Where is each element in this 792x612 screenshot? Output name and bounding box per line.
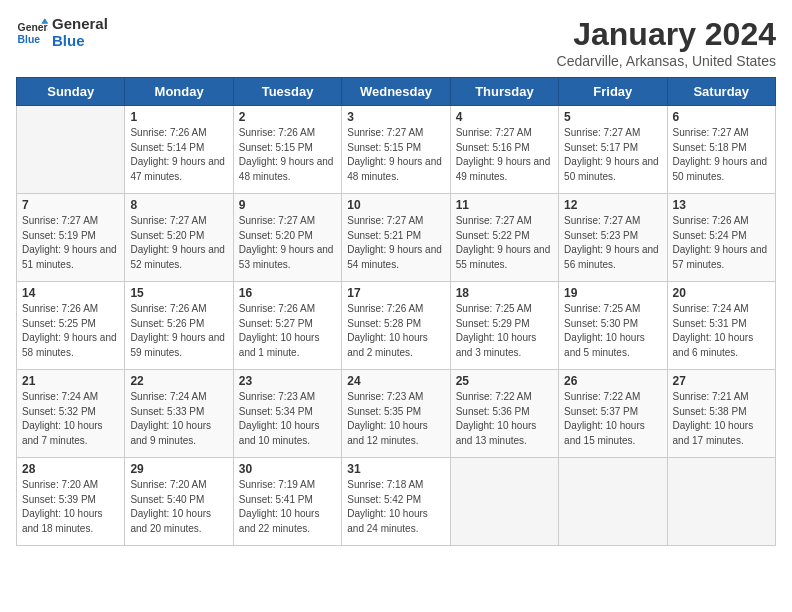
- day-number: 16: [239, 286, 336, 300]
- calendar-cell: 24Sunrise: 7:23 AMSunset: 5:35 PMDayligh…: [342, 370, 450, 458]
- day-info: Sunrise: 7:27 AMSunset: 5:23 PMDaylight:…: [564, 214, 661, 272]
- page-header: General Blue General Blue January 2024 C…: [16, 16, 776, 69]
- day-info: Sunrise: 7:27 AMSunset: 5:16 PMDaylight:…: [456, 126, 553, 184]
- calendar-cell: 11Sunrise: 7:27 AMSunset: 5:22 PMDayligh…: [450, 194, 558, 282]
- calendar-cell: 9Sunrise: 7:27 AMSunset: 5:20 PMDaylight…: [233, 194, 341, 282]
- weekday-header-sunday: Sunday: [17, 78, 125, 106]
- calendar-cell: 31Sunrise: 7:18 AMSunset: 5:42 PMDayligh…: [342, 458, 450, 546]
- day-number: 23: [239, 374, 336, 388]
- day-info: Sunrise: 7:27 AMSunset: 5:20 PMDaylight:…: [239, 214, 336, 272]
- day-info: Sunrise: 7:26 AMSunset: 5:27 PMDaylight:…: [239, 302, 336, 360]
- calendar-week-row: 14Sunrise: 7:26 AMSunset: 5:25 PMDayligh…: [17, 282, 776, 370]
- location: Cedarville, Arkansas, United States: [557, 53, 776, 69]
- calendar-week-row: 28Sunrise: 7:20 AMSunset: 5:39 PMDayligh…: [17, 458, 776, 546]
- calendar-cell: 18Sunrise: 7:25 AMSunset: 5:29 PMDayligh…: [450, 282, 558, 370]
- day-info: Sunrise: 7:26 AMSunset: 5:28 PMDaylight:…: [347, 302, 444, 360]
- calendar-cell: 23Sunrise: 7:23 AMSunset: 5:34 PMDayligh…: [233, 370, 341, 458]
- svg-text:Blue: Blue: [18, 33, 41, 44]
- calendar-cell: 28Sunrise: 7:20 AMSunset: 5:39 PMDayligh…: [17, 458, 125, 546]
- day-number: 30: [239, 462, 336, 476]
- day-number: 24: [347, 374, 444, 388]
- title-block: January 2024 Cedarville, Arkansas, Unite…: [557, 16, 776, 69]
- day-info: Sunrise: 7:18 AMSunset: 5:42 PMDaylight:…: [347, 478, 444, 536]
- day-number: 8: [130, 198, 227, 212]
- calendar-table: SundayMondayTuesdayWednesdayThursdayFrid…: [16, 77, 776, 546]
- month-title: January 2024: [557, 16, 776, 53]
- day-info: Sunrise: 7:27 AMSunset: 5:20 PMDaylight:…: [130, 214, 227, 272]
- day-number: 31: [347, 462, 444, 476]
- calendar-cell: 22Sunrise: 7:24 AMSunset: 5:33 PMDayligh…: [125, 370, 233, 458]
- calendar-week-row: 7Sunrise: 7:27 AMSunset: 5:19 PMDaylight…: [17, 194, 776, 282]
- calendar-week-row: 1Sunrise: 7:26 AMSunset: 5:14 PMDaylight…: [17, 106, 776, 194]
- day-info: Sunrise: 7:26 AMSunset: 5:24 PMDaylight:…: [673, 214, 770, 272]
- calendar-week-row: 21Sunrise: 7:24 AMSunset: 5:32 PMDayligh…: [17, 370, 776, 458]
- calendar-cell: 8Sunrise: 7:27 AMSunset: 5:20 PMDaylight…: [125, 194, 233, 282]
- day-number: 6: [673, 110, 770, 124]
- calendar-cell: 2Sunrise: 7:26 AMSunset: 5:15 PMDaylight…: [233, 106, 341, 194]
- logo: General Blue General Blue: [16, 16, 108, 49]
- day-number: 9: [239, 198, 336, 212]
- calendar-cell: [559, 458, 667, 546]
- day-info: Sunrise: 7:27 AMSunset: 5:21 PMDaylight:…: [347, 214, 444, 272]
- calendar-cell: 1Sunrise: 7:26 AMSunset: 5:14 PMDaylight…: [125, 106, 233, 194]
- calendar-cell: [667, 458, 775, 546]
- svg-marker-3: [42, 18, 48, 23]
- calendar-cell: [450, 458, 558, 546]
- day-info: Sunrise: 7:23 AMSunset: 5:34 PMDaylight:…: [239, 390, 336, 448]
- day-number: 26: [564, 374, 661, 388]
- day-number: 11: [456, 198, 553, 212]
- day-info: Sunrise: 7:27 AMSunset: 5:17 PMDaylight:…: [564, 126, 661, 184]
- calendar-cell: 13Sunrise: 7:26 AMSunset: 5:24 PMDayligh…: [667, 194, 775, 282]
- day-info: Sunrise: 7:24 AMSunset: 5:31 PMDaylight:…: [673, 302, 770, 360]
- day-info: Sunrise: 7:26 AMSunset: 5:26 PMDaylight:…: [130, 302, 227, 360]
- day-number: 7: [22, 198, 119, 212]
- day-number: 2: [239, 110, 336, 124]
- calendar-cell: 12Sunrise: 7:27 AMSunset: 5:23 PMDayligh…: [559, 194, 667, 282]
- day-info: Sunrise: 7:24 AMSunset: 5:33 PMDaylight:…: [130, 390, 227, 448]
- day-info: Sunrise: 7:27 AMSunset: 5:15 PMDaylight:…: [347, 126, 444, 184]
- day-number: 14: [22, 286, 119, 300]
- svg-text:General: General: [18, 22, 48, 33]
- day-number: 10: [347, 198, 444, 212]
- day-number: 12: [564, 198, 661, 212]
- calendar-cell: [17, 106, 125, 194]
- weekday-header-monday: Monday: [125, 78, 233, 106]
- calendar-cell: 4Sunrise: 7:27 AMSunset: 5:16 PMDaylight…: [450, 106, 558, 194]
- day-number: 19: [564, 286, 661, 300]
- day-number: 27: [673, 374, 770, 388]
- weekday-header-saturday: Saturday: [667, 78, 775, 106]
- day-number: 4: [456, 110, 553, 124]
- weekday-header-tuesday: Tuesday: [233, 78, 341, 106]
- day-info: Sunrise: 7:25 AMSunset: 5:29 PMDaylight:…: [456, 302, 553, 360]
- day-info: Sunrise: 7:26 AMSunset: 5:15 PMDaylight:…: [239, 126, 336, 184]
- calendar-cell: 7Sunrise: 7:27 AMSunset: 5:19 PMDaylight…: [17, 194, 125, 282]
- day-number: 3: [347, 110, 444, 124]
- day-number: 21: [22, 374, 119, 388]
- calendar-cell: 14Sunrise: 7:26 AMSunset: 5:25 PMDayligh…: [17, 282, 125, 370]
- calendar-cell: 25Sunrise: 7:22 AMSunset: 5:36 PMDayligh…: [450, 370, 558, 458]
- day-number: 28: [22, 462, 119, 476]
- day-number: 17: [347, 286, 444, 300]
- day-number: 15: [130, 286, 227, 300]
- calendar-cell: 3Sunrise: 7:27 AMSunset: 5:15 PMDaylight…: [342, 106, 450, 194]
- day-info: Sunrise: 7:24 AMSunset: 5:32 PMDaylight:…: [22, 390, 119, 448]
- calendar-header-row: SundayMondayTuesdayWednesdayThursdayFrid…: [17, 78, 776, 106]
- day-info: Sunrise: 7:19 AMSunset: 5:41 PMDaylight:…: [239, 478, 336, 536]
- day-info: Sunrise: 7:27 AMSunset: 5:22 PMDaylight:…: [456, 214, 553, 272]
- day-number: 22: [130, 374, 227, 388]
- calendar-cell: 15Sunrise: 7:26 AMSunset: 5:26 PMDayligh…: [125, 282, 233, 370]
- day-number: 29: [130, 462, 227, 476]
- day-info: Sunrise: 7:26 AMSunset: 5:14 PMDaylight:…: [130, 126, 227, 184]
- day-number: 1: [130, 110, 227, 124]
- day-info: Sunrise: 7:21 AMSunset: 5:38 PMDaylight:…: [673, 390, 770, 448]
- day-info: Sunrise: 7:27 AMSunset: 5:19 PMDaylight:…: [22, 214, 119, 272]
- calendar-cell: 6Sunrise: 7:27 AMSunset: 5:18 PMDaylight…: [667, 106, 775, 194]
- day-info: Sunrise: 7:22 AMSunset: 5:37 PMDaylight:…: [564, 390, 661, 448]
- logo-line1: General: [52, 16, 108, 33]
- calendar-cell: 5Sunrise: 7:27 AMSunset: 5:17 PMDaylight…: [559, 106, 667, 194]
- day-number: 20: [673, 286, 770, 300]
- day-info: Sunrise: 7:23 AMSunset: 5:35 PMDaylight:…: [347, 390, 444, 448]
- calendar-cell: 19Sunrise: 7:25 AMSunset: 5:30 PMDayligh…: [559, 282, 667, 370]
- day-info: Sunrise: 7:26 AMSunset: 5:25 PMDaylight:…: [22, 302, 119, 360]
- day-info: Sunrise: 7:22 AMSunset: 5:36 PMDaylight:…: [456, 390, 553, 448]
